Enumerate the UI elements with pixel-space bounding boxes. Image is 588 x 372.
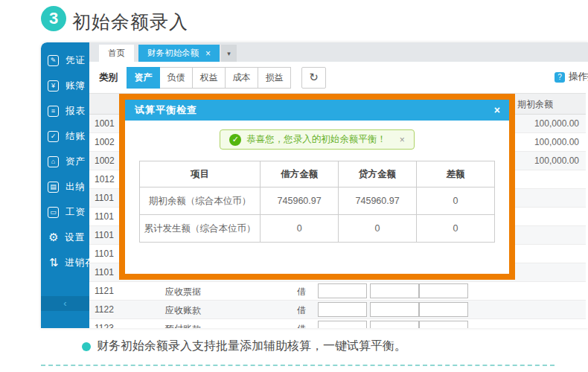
sidebar-item-资产[interactable]: ⌂资产 — [41, 149, 89, 174]
amount-input[interactable] — [419, 321, 468, 328]
amount-input[interactable] — [318, 302, 367, 317]
column-header: 贷方金额 — [339, 161, 417, 187]
account-code-cell: 1002 — [95, 155, 115, 166]
account-name-cell: 应收票据 — [165, 286, 201, 298]
amount-input[interactable] — [419, 302, 468, 317]
voucher-icon: ✎ — [48, 55, 59, 66]
category-button-资产[interactable]: 资产 — [127, 67, 160, 89]
item-cell: 期初余额（综合本位币） — [140, 187, 261, 215]
divider-line — [41, 365, 555, 366]
account-code-cell: 1101 — [95, 230, 114, 240]
salary-icon: ▭ — [48, 207, 59, 218]
alert-close-icon[interactable]: × — [400, 135, 405, 145]
success-alert: ✓ 恭喜您，您录入的初始余额平衡！ × — [220, 129, 415, 150]
inventory-icon: ⇅ — [48, 257, 60, 269]
step-number-badge: 3 — [41, 6, 66, 31]
opening-balance-column-header: 期初余额 — [517, 98, 553, 111]
direction-cell: 借 — [290, 304, 313, 317]
account-code-cell: 1002 — [95, 137, 115, 147]
table-row: 期初余额（综合本位币）745960.97745960.970 — [140, 187, 495, 215]
tab-initial-balance[interactable]: 财务初始余额 × — [138, 45, 220, 62]
sidebar-item-label: 设置 — [65, 231, 85, 244]
alert-container: ✓ 恭喜您，您录入的初始余额平衡！ × — [125, 129, 509, 150]
help-icon: ? — [555, 72, 565, 83]
direction-cell: 借 — [290, 286, 313, 298]
account-code-cell: 1012 — [95, 174, 115, 185]
trial-balance-table: 项目借方金额贷方金额差额期初余额（综合本位币）745960.97745960.9… — [139, 161, 495, 243]
sidebar-item-凭证[interactable]: ✎凭证 — [41, 48, 89, 73]
value-cell: 745960.97 — [261, 187, 339, 215]
sidebar-item-label: 凭证 — [65, 54, 86, 67]
account-code-cell: 1101 — [95, 267, 114, 278]
column-header: 差额 — [417, 161, 495, 187]
amount-input[interactable] — [318, 321, 367, 328]
refresh-button[interactable]: ↻ — [301, 67, 326, 89]
category-button-成本[interactable]: 成本 — [226, 67, 258, 89]
sidebar-item-出纳[interactable]: ▤出纳 — [41, 174, 89, 199]
success-check-icon: ✓ — [229, 134, 241, 146]
value-cell: 0 — [417, 187, 495, 215]
tab-home[interactable]: 首页 — [99, 45, 134, 62]
tab-close-icon[interactable]: × — [205, 48, 211, 59]
sidebar-item-label: 工资 — [65, 206, 86, 219]
sidebar-item-工资[interactable]: ▭工资 — [41, 199, 89, 225]
modal-close-icon[interactable]: × — [494, 104, 500, 116]
account-code-cell: 1101 — [95, 211, 114, 222]
account-name-cell: 预付账款 — [165, 323, 201, 328]
modal-title-bar: 试算平衡检查 × — [125, 100, 509, 121]
table-row: 累计发生额（综合本位币）000 — [140, 215, 495, 243]
sidebar-item-结账[interactable]: ✓结账 — [41, 124, 89, 149]
direction-cell: 借 — [290, 323, 313, 328]
cashier-icon: ▤ — [48, 182, 59, 193]
value-cell: 745960.97 — [339, 187, 417, 215]
account-code-cell: 1122 — [95, 304, 114, 315]
sidebar-item-进销存[interactable]: ⇅进销存 — [41, 250, 89, 275]
amount-input[interactable] — [419, 283, 468, 298]
ledger-icon: ¥ — [48, 80, 59, 92]
account-code-cell: 1123 — [95, 323, 114, 328]
amount-input[interactable] — [370, 321, 419, 328]
account-code-cell: 1101 — [95, 193, 114, 203]
sidebar-item-报表[interactable]: ≡报表 — [41, 98, 89, 124]
account-code-cell: 1121 — [95, 286, 114, 296]
trial-balance-modal: 试算平衡检查 × ✓ 恭喜您，您录入的初始余额平衡！ × 项目借方金额贷方金额差… — [119, 94, 515, 280]
table-row: 1123预付账款借 — [89, 319, 586, 328]
tab-label: 财务初始余额 — [147, 48, 199, 59]
category-button-负债[interactable]: 负债 — [160, 67, 193, 89]
value-cell: 0 — [417, 215, 495, 243]
category-label: 类别 — [99, 71, 118, 84]
sidebar-item-label: 报表 — [65, 105, 86, 118]
account-name-cell: 应收账款 — [165, 304, 201, 317]
app-window: ✎凭证¥账簿≡报表✓结账⌂资产▤出纳▭工资⚙设置⇅进销存‹ 首页 财务初始余额 … — [41, 42, 588, 328]
success-message: 恭喜您，您录入的初始余额平衡！ — [246, 133, 386, 146]
value-cell: 0 — [339, 215, 417, 243]
page: 3 初始余额录入 ✎凭证¥账簿≡报表✓结账⌂资产▤出纳▭工资⚙设置⇅进销存‹ 首… — [0, 0, 588, 372]
amount-input[interactable] — [318, 283, 367, 298]
closing-icon: ✓ — [48, 131, 59, 142]
modal-title: 试算平衡检查 — [135, 103, 197, 117]
tab-list-dropdown[interactable]: ▾ — [221, 45, 237, 62]
settings-icon: ⚙ — [48, 231, 60, 243]
sidebar-collapse-button[interactable]: ‹ — [41, 296, 89, 311]
category-button-group: 资产负债权益成本损益 — [127, 67, 291, 89]
toolbar: 类别 资产负债权益成本损益 ↻ ? 操作指引 — [89, 62, 588, 93]
table-row: 1121应收票据借 — [89, 282, 586, 301]
operation-guide-link[interactable]: ? 操作指引 — [555, 71, 588, 83]
category-button-权益[interactable]: 权益 — [193, 67, 226, 89]
account-code-cell: 1001 — [95, 118, 115, 129]
category-button-损益[interactable]: 损益 — [258, 67, 291, 89]
sidebar-item-设置[interactable]: ⚙设置 — [41, 225, 89, 250]
amount-input[interactable] — [370, 302, 419, 317]
column-header: 项目 — [140, 161, 261, 187]
amount-input[interactable] — [370, 283, 419, 298]
sidebar-item-label: 资产 — [65, 155, 86, 168]
report-icon: ≡ — [48, 106, 59, 117]
guide-label: 操作指引 — [569, 71, 588, 83]
item-cell: 累计发生额（综合本位币） — [140, 215, 261, 243]
table-row: 1122应收账款借 — [89, 301, 586, 319]
caption: 财务初始余额录入支持批量添加辅助核算，一键试算平衡。 — [82, 339, 406, 354]
bullet-icon — [82, 342, 91, 351]
sidebar-item-账簿[interactable]: ¥账簿 — [41, 73, 89, 98]
asset-icon: ⌂ — [48, 156, 59, 167]
sidebar: ✎凭证¥账簿≡报表✓结账⌂资产▤出纳▭工资⚙设置⇅进销存‹ — [41, 42, 89, 328]
